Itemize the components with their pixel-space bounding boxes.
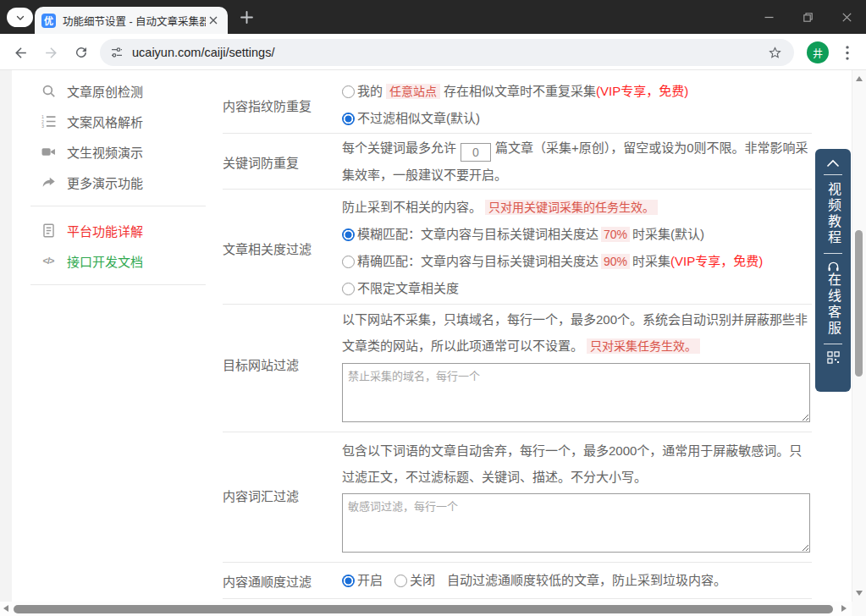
- horizontal-scrollbar-thumb[interactable]: [14, 605, 833, 613]
- radio-no-filter[interactable]: [342, 113, 355, 125]
- sidebar-divider: [30, 284, 206, 285]
- profile-avatar[interactable]: 井: [807, 41, 829, 63]
- max-articles-input[interactable]: [461, 143, 491, 162]
- option-text: 存在相似文章时不重复采集: [444, 84, 596, 98]
- sidebar-item-label: 接口开发文档: [67, 252, 143, 270]
- online-service-link[interactable]: 在线客服: [825, 272, 841, 337]
- code-icon: </>: [41, 253, 56, 268]
- desc-text: 防止采到不相关的内容。: [342, 200, 482, 214]
- new-tab-button[interactable]: [240, 11, 253, 24]
- scope-note: 只对用关键词采集的任务生效。: [485, 200, 658, 215]
- back-button[interactable]: [10, 42, 30, 63]
- url-text: ucaiyun.com/caiji/settings/: [132, 46, 765, 59]
- sidebar: 文章原创检测 123 文案风格解析 文生视频演示 更多演示功能: [12, 70, 219, 294]
- sidebar-item-originality-check[interactable]: 文章原创检测: [12, 75, 219, 106]
- panel-divider: [824, 253, 842, 254]
- tab-close-button[interactable]: [206, 13, 221, 28]
- scroll-up-arrow[interactable]: [856, 76, 863, 81]
- radio-exact-match[interactable]: [342, 256, 355, 268]
- video-tutorial-link[interactable]: 视频教程: [825, 182, 841, 246]
- reload-button[interactable]: [71, 42, 91, 63]
- back-to-top-button[interactable]: [826, 159, 840, 168]
- setting-row-fluency: 内容通顺度过滤 开启关闭自动过滤通顺度较低的文章，防止采到垃圾内容。: [223, 563, 812, 599]
- radio-my-sites[interactable]: [342, 85, 355, 98]
- restore-icon: [803, 13, 813, 22]
- browser-menu-button[interactable]: [840, 42, 855, 63]
- option-text: 我的: [357, 84, 383, 98]
- sidebar-divider: [30, 206, 206, 206]
- vip-note: (VIP专享，免费): [596, 84, 688, 98]
- chevron-down-icon: [15, 13, 25, 23]
- option-text: 不限定文章相关度: [357, 281, 459, 295]
- share-arrow-icon: [41, 174, 56, 190]
- forward-button[interactable]: [41, 42, 61, 63]
- address-bar[interactable]: ucaiyun.com/caiji/settings/: [100, 39, 794, 66]
- option-text: 时采集: [632, 254, 670, 268]
- restore-button[interactable]: [788, 0, 827, 34]
- vertical-scrollbar-thumb[interactable]: [855, 230, 863, 377]
- vip-note: (VIP专享，免费): [670, 254, 763, 268]
- option-text: 模糊匹配：文章内容与目标关键词相关度达: [357, 227, 598, 241]
- blocked-domains-textarea[interactable]: [342, 363, 810, 422]
- site-info-icon[interactable]: [110, 46, 124, 59]
- document-icon: [41, 223, 56, 238]
- forward-icon: [43, 45, 59, 61]
- scroll-down-arrow[interactable]: [856, 591, 863, 596]
- sidebar-item-platform-guide[interactable]: 平台功能详解: [12, 215, 219, 245]
- minimize-icon: [764, 13, 774, 22]
- desc-text: 自动过滤通顺度较低的文章，防止采到垃圾内容。: [447, 573, 726, 587]
- radio-fluency-off[interactable]: [394, 575, 407, 587]
- radio-no-relevance-limit[interactable]: [342, 283, 355, 295]
- option-text: 精确匹配：文章内容与目标关键词相关度达: [357, 254, 598, 268]
- percent-badge: 90%: [601, 254, 630, 269]
- row-label: 内容词汇过滤: [223, 437, 342, 553]
- sidebar-item-text-to-video[interactable]: 文生视频演示: [12, 136, 219, 167]
- settings-form: 内容指纹防重复 我的任意站点存在相似文章时不重复采集(VIP专享，免费) 不过滤…: [223, 70, 812, 599]
- search-icon: [41, 83, 56, 98]
- vertical-scrollbar[interactable]: [852, 70, 866, 602]
- bookmark-star-button[interactable]: [765, 43, 784, 62]
- close-icon: [842, 13, 852, 22]
- sidebar-item-api-docs[interactable]: </> 接口开发文档: [12, 245, 219, 276]
- svg-text:3: 3: [41, 123, 44, 128]
- setting-row-relevance: 文章相关度过滤 防止采到不相关的内容。只对用关键词采集的任务生效。 模糊匹配：文…: [223, 190, 812, 305]
- option-text: 关闭: [410, 573, 435, 587]
- radio-fuzzy-match[interactable]: [342, 228, 355, 241]
- browser-tab[interactable]: 优 功能细节设置 - 自动文章采集器: [35, 7, 228, 34]
- chevron-up-icon: [826, 159, 840, 168]
- scroll-right-arrow[interactable]: [841, 605, 847, 612]
- sidebar-item-label: 更多演示功能: [67, 173, 143, 191]
- horizontal-scrollbar[interactable]: [0, 602, 852, 616]
- setting-row-fingerprint: 内容指纹防重复 我的任意站点存在相似文章时不重复采集(VIP专享，免费) 不过滤…: [223, 70, 812, 134]
- setting-row-keyword-dedup: 关键词防重复 每个关键词最多允许篇文章（采集+原创），留空或设为0则不限。非常影…: [223, 134, 812, 190]
- star-icon: [768, 46, 782, 60]
- row-label: 内容指纹防重复: [223, 78, 342, 132]
- page-gutter: [0, 70, 12, 602]
- window-controls: [749, 0, 866, 34]
- close-window-button[interactable]: [827, 0, 866, 34]
- qr-code-icon[interactable]: [827, 351, 840, 364]
- tab-search-button[interactable]: [7, 8, 33, 27]
- page-viewport: 文章原创检测 123 文案风格解析 文生视频演示 更多演示功能: [0, 70, 866, 616]
- option-text: 开启: [357, 573, 383, 587]
- row-label: 内容通顺度过滤: [223, 568, 342, 593]
- sidebar-item-more-demos[interactable]: 更多演示功能: [12, 167, 219, 197]
- sensitive-words-textarea[interactable]: [342, 493, 810, 553]
- tab-title: 功能细节设置 - 自动文章采集器: [63, 13, 206, 29]
- sidebar-item-label: 文生视频演示: [67, 143, 143, 161]
- sidebar-item-style-analysis[interactable]: 123 文案风格解析: [12, 106, 219, 136]
- site-favicon: 优: [41, 14, 56, 28]
- ordered-list-icon: 123: [41, 113, 56, 129]
- close-icon: [209, 16, 218, 25]
- setting-row-site-filter: 目标网站过滤 以下网站不采集，只填域名，每行一个，最多200个。系统会自动识别并…: [223, 305, 812, 432]
- tab-strip: 优 功能细节设置 - 自动文章采集器: [0, 0, 866, 34]
- minimize-button[interactable]: [749, 0, 788, 34]
- sidebar-item-label: 文章原创检测: [67, 82, 143, 100]
- scroll-left-arrow[interactable]: [3, 605, 8, 612]
- radio-fluency-on[interactable]: [342, 575, 355, 587]
- headset-icon[interactable]: [827, 261, 840, 272]
- back-icon: [13, 45, 29, 61]
- panel-divider: [824, 344, 842, 344]
- row-label: 文章相关度过滤: [223, 194, 342, 302]
- sidebar-item-label: 文案风格解析: [67, 113, 143, 130]
